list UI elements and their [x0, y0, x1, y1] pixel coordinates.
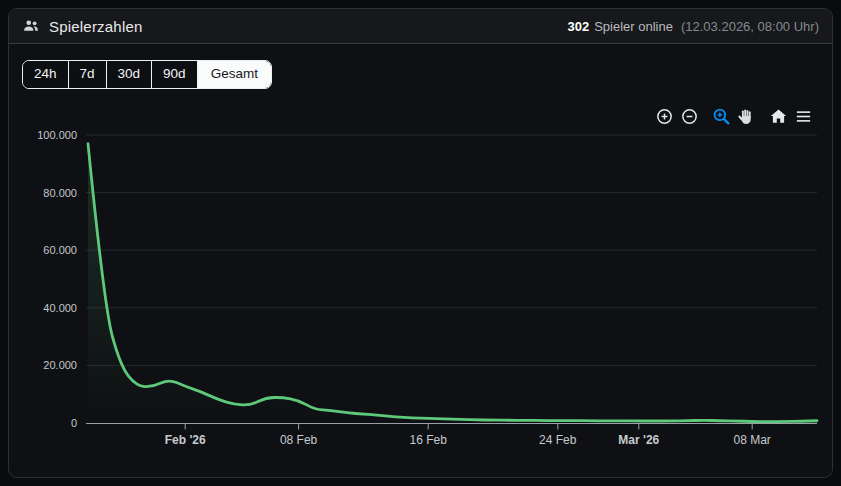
- svg-text:08 Mar: 08 Mar: [734, 433, 771, 447]
- pan-icon[interactable]: [736, 106, 757, 127]
- range-button-group: 24h 7d 30d 90d Gesamt: [22, 60, 272, 89]
- card-header: Spielerzahlen 302 Spieler online (12.03.…: [9, 9, 832, 44]
- svg-text:40.000: 40.000: [43, 302, 77, 314]
- svg-text:16 Feb: 16 Feb: [410, 433, 448, 447]
- online-label: Spieler online: [594, 19, 673, 34]
- range-button-7d[interactable]: 7d: [69, 61, 107, 88]
- svg-text:08 Feb: 08 Feb: [280, 433, 318, 447]
- zoom-in-icon[interactable]: [654, 106, 675, 127]
- svg-text:24 Feb: 24 Feb: [539, 433, 577, 447]
- title-group: Spielerzahlen: [22, 17, 143, 35]
- svg-text:Feb '26: Feb '26: [165, 433, 206, 447]
- svg-text:80.000: 80.000: [43, 187, 77, 199]
- range-button-gesamt[interactable]: Gesamt: [198, 61, 271, 88]
- spieler-chart[interactable]: 020.00040.00060.00080.000100.000Feb '260…: [9, 109, 832, 469]
- zoom-out-icon[interactable]: [679, 106, 700, 127]
- svg-text:20.000: 20.000: [43, 359, 77, 371]
- svg-text:60.000: 60.000: [43, 244, 77, 256]
- chart-toolbar: [654, 106, 814, 127]
- online-timestamp: (12.03.2026, 08:00 Uhr): [681, 19, 819, 34]
- online-count: 302: [567, 19, 589, 34]
- home-icon[interactable]: [768, 106, 789, 127]
- svg-text:100.000: 100.000: [37, 129, 77, 141]
- spielerzahlen-card: Spielerzahlen 302 Spieler online (12.03.…: [8, 8, 833, 478]
- svg-text:0: 0: [71, 417, 77, 429]
- svg-text:Mar '26: Mar '26: [618, 433, 659, 447]
- menu-icon[interactable]: [793, 106, 814, 127]
- selection-zoom-icon[interactable]: [711, 106, 732, 127]
- page-title: Spielerzahlen: [49, 18, 143, 35]
- range-button-90d[interactable]: 90d: [152, 61, 198, 88]
- online-status: 302 Spieler online (12.03.2026, 08:00 Uh…: [567, 19, 819, 34]
- users-icon: [22, 17, 40, 35]
- range-button-24h[interactable]: 24h: [23, 61, 69, 88]
- range-button-30d[interactable]: 30d: [107, 61, 153, 88]
